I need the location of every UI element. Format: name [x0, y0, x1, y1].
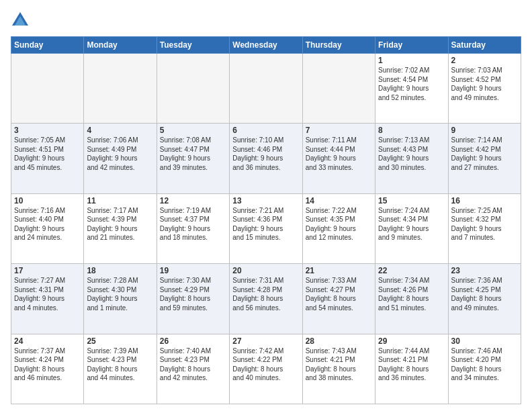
calendar-cell: 1Sunrise: 7:02 AM Sunset: 4:54 PM Daylig…	[375, 54, 448, 124]
calendar-cell: 30Sunrise: 7:46 AM Sunset: 4:20 PM Dayli…	[448, 334, 521, 404]
calendar-cell: 29Sunrise: 7:44 AM Sunset: 4:21 PM Dayli…	[375, 334, 448, 404]
calendar-table: SundayMondayTuesdayWednesdayThursdayFrid…	[11, 36, 521, 404]
day-info: Sunrise: 7:02 AM Sunset: 4:54 PM Dayligh…	[378, 66, 445, 102]
calendar-cell: 16Sunrise: 7:25 AM Sunset: 4:32 PM Dayli…	[448, 193, 521, 263]
day-number: 27	[232, 336, 299, 346]
day-number: 29	[378, 336, 445, 346]
day-info: Sunrise: 7:40 AM Sunset: 4:23 PM Dayligh…	[160, 347, 226, 383]
calendar-cell: 10Sunrise: 7:16 AM Sunset: 4:40 PM Dayli…	[11, 193, 84, 263]
calendar-cell	[11, 54, 84, 124]
logo	[11, 11, 32, 30]
day-number: 23	[451, 266, 518, 275]
day-number: 21	[306, 266, 372, 275]
calendar-cell: 14Sunrise: 7:22 AM Sunset: 4:35 PM Dayli…	[302, 193, 375, 263]
weekday-header: Wednesday	[230, 37, 302, 54]
day-info: Sunrise: 7:36 AM Sunset: 4:25 PM Dayligh…	[451, 276, 518, 312]
calendar-cell: 23Sunrise: 7:36 AM Sunset: 4:25 PM Dayli…	[448, 264, 521, 334]
day-info: Sunrise: 7:25 AM Sunset: 4:32 PM Dayligh…	[451, 206, 518, 242]
day-info: Sunrise: 7:28 AM Sunset: 4:30 PM Dayligh…	[87, 276, 153, 312]
day-info: Sunrise: 7:33 AM Sunset: 4:27 PM Dayligh…	[306, 276, 372, 312]
page: SundayMondayTuesdayWednesdayThursdayFrid…	[0, 0, 532, 411]
day-number: 6	[232, 126, 299, 135]
weekday-header: Monday	[84, 37, 157, 54]
day-info: Sunrise: 7:14 AM Sunset: 4:42 PM Dayligh…	[451, 136, 518, 172]
weekday-header: Friday	[375, 37, 448, 54]
day-number: 25	[87, 336, 153, 346]
calendar-cell: 7Sunrise: 7:11 AM Sunset: 4:44 PM Daylig…	[302, 124, 375, 193]
day-number: 13	[232, 196, 299, 205]
day-info: Sunrise: 7:21 AM Sunset: 4:36 PM Dayligh…	[232, 206, 299, 242]
calendar-cell: 21Sunrise: 7:33 AM Sunset: 4:27 PM Dayli…	[302, 264, 375, 334]
calendar-cell: 25Sunrise: 7:39 AM Sunset: 4:23 PM Dayli…	[84, 334, 157, 404]
calendar-cell: 24Sunrise: 7:37 AM Sunset: 4:24 PM Dayli…	[11, 334, 84, 404]
day-number: 12	[160, 196, 226, 205]
day-number: 5	[160, 126, 226, 135]
day-number: 20	[232, 266, 299, 275]
day-info: Sunrise: 7:34 AM Sunset: 4:26 PM Dayligh…	[378, 276, 445, 312]
day-number: 19	[160, 266, 226, 275]
day-info: Sunrise: 7:10 AM Sunset: 4:46 PM Dayligh…	[232, 136, 299, 172]
calendar-cell: 26Sunrise: 7:40 AM Sunset: 4:23 PM Dayli…	[157, 334, 229, 404]
calendar-cell: 11Sunrise: 7:17 AM Sunset: 4:39 PM Dayli…	[84, 193, 157, 263]
calendar-cell: 19Sunrise: 7:30 AM Sunset: 4:29 PM Dayli…	[157, 264, 229, 334]
weekday-header: Sunday	[11, 37, 84, 54]
day-number: 18	[87, 266, 153, 275]
day-number: 4	[87, 126, 153, 135]
calendar-cell: 2Sunrise: 7:03 AM Sunset: 4:52 PM Daylig…	[448, 54, 521, 124]
day-info: Sunrise: 7:27 AM Sunset: 4:31 PM Dayligh…	[14, 276, 81, 312]
calendar-cell: 28Sunrise: 7:43 AM Sunset: 4:21 PM Dayli…	[302, 334, 375, 404]
weekday-header: Saturday	[448, 37, 521, 54]
day-info: Sunrise: 7:46 AM Sunset: 4:20 PM Dayligh…	[451, 347, 518, 383]
calendar-cell: 8Sunrise: 7:13 AM Sunset: 4:43 PM Daylig…	[375, 124, 448, 193]
day-number: 30	[451, 336, 518, 346]
calendar-cell: 13Sunrise: 7:21 AM Sunset: 4:36 PM Dayli…	[230, 193, 302, 263]
day-info: Sunrise: 7:13 AM Sunset: 4:43 PM Dayligh…	[378, 136, 445, 172]
calendar-cell: 18Sunrise: 7:28 AM Sunset: 4:30 PM Dayli…	[84, 264, 157, 334]
calendar-cell: 12Sunrise: 7:19 AM Sunset: 4:37 PM Dayli…	[157, 193, 229, 263]
calendar-cell	[84, 54, 157, 124]
day-info: Sunrise: 7:37 AM Sunset: 4:24 PM Dayligh…	[14, 347, 81, 383]
calendar-cell: 9Sunrise: 7:14 AM Sunset: 4:42 PM Daylig…	[448, 124, 521, 193]
calendar-cell: 6Sunrise: 7:10 AM Sunset: 4:46 PM Daylig…	[230, 124, 302, 193]
day-number: 28	[306, 336, 372, 346]
day-info: Sunrise: 7:31 AM Sunset: 4:28 PM Dayligh…	[232, 276, 299, 312]
calendar-cell: 22Sunrise: 7:34 AM Sunset: 4:26 PM Dayli…	[375, 264, 448, 334]
day-info: Sunrise: 7:05 AM Sunset: 4:51 PM Dayligh…	[14, 136, 81, 172]
day-info: Sunrise: 7:30 AM Sunset: 4:29 PM Dayligh…	[160, 276, 226, 312]
day-number: 14	[306, 196, 372, 205]
calendar-cell	[230, 54, 302, 124]
calendar-cell: 3Sunrise: 7:05 AM Sunset: 4:51 PM Daylig…	[11, 124, 84, 193]
day-number: 1	[378, 56, 445, 65]
day-number: 22	[378, 266, 445, 275]
logo-icon	[11, 11, 30, 30]
calendar-cell: 4Sunrise: 7:06 AM Sunset: 4:49 PM Daylig…	[84, 124, 157, 193]
calendar-cell	[302, 54, 375, 124]
day-number: 2	[451, 56, 518, 65]
day-number: 9	[451, 126, 518, 135]
day-info: Sunrise: 7:43 AM Sunset: 4:21 PM Dayligh…	[306, 347, 372, 383]
calendar-cell: 15Sunrise: 7:24 AM Sunset: 4:34 PM Dayli…	[375, 193, 448, 263]
calendar-cell: 5Sunrise: 7:08 AM Sunset: 4:47 PM Daylig…	[157, 124, 229, 193]
day-number: 8	[378, 126, 445, 135]
weekday-header: Thursday	[302, 37, 375, 54]
day-number: 24	[14, 336, 81, 346]
day-info: Sunrise: 7:19 AM Sunset: 4:37 PM Dayligh…	[160, 206, 226, 242]
day-info: Sunrise: 7:08 AM Sunset: 4:47 PM Dayligh…	[160, 136, 226, 172]
day-info: Sunrise: 7:39 AM Sunset: 4:23 PM Dayligh…	[87, 347, 153, 383]
day-number: 3	[14, 126, 81, 135]
day-info: Sunrise: 7:16 AM Sunset: 4:40 PM Dayligh…	[14, 206, 81, 242]
header	[11, 11, 521, 30]
day-number: 15	[378, 196, 445, 205]
day-info: Sunrise: 7:22 AM Sunset: 4:35 PM Dayligh…	[306, 206, 372, 242]
day-info: Sunrise: 7:11 AM Sunset: 4:44 PM Dayligh…	[306, 136, 372, 172]
day-info: Sunrise: 7:24 AM Sunset: 4:34 PM Dayligh…	[378, 206, 445, 242]
calendar-cell	[157, 54, 229, 124]
calendar-cell: 27Sunrise: 7:42 AM Sunset: 4:22 PM Dayli…	[230, 334, 302, 404]
day-number: 7	[306, 126, 372, 135]
day-info: Sunrise: 7:03 AM Sunset: 4:52 PM Dayligh…	[451, 66, 518, 102]
day-info: Sunrise: 7:17 AM Sunset: 4:39 PM Dayligh…	[87, 206, 153, 242]
day-number: 17	[14, 266, 81, 275]
day-info: Sunrise: 7:06 AM Sunset: 4:49 PM Dayligh…	[87, 136, 153, 172]
day-number: 10	[14, 196, 81, 205]
calendar-cell: 20Sunrise: 7:31 AM Sunset: 4:28 PM Dayli…	[230, 264, 302, 334]
